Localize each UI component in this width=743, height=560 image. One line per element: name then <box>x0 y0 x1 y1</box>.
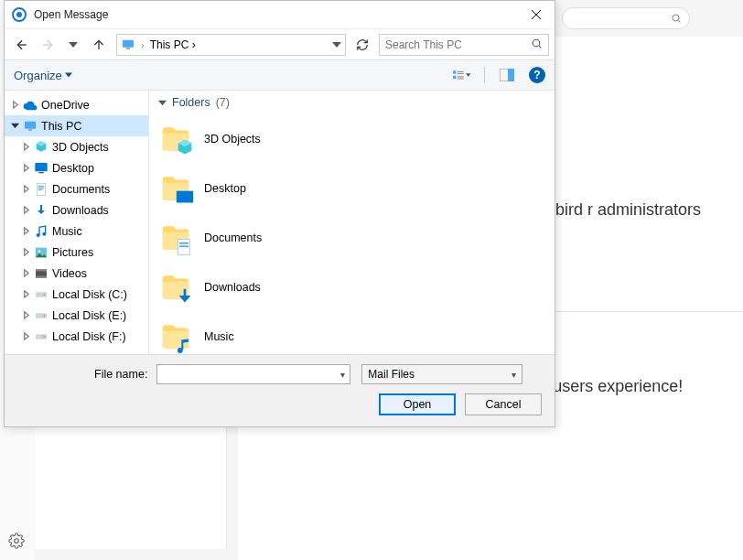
recent-dropdown-icon[interactable] <box>61 33 85 57</box>
dialog-titlebar: Open Message <box>5 1 555 28</box>
help-icon[interactable]: ? <box>529 67 545 83</box>
svg-rect-34 <box>177 191 193 203</box>
tree-item-documents[interactable]: Documents <box>5 178 148 199</box>
tree-item-label: 3D Objects <box>52 141 109 154</box>
svg-rect-10 <box>458 78 464 79</box>
tree-item-label: Videos <box>52 267 87 280</box>
filename-history-dropdown-icon[interactable]: ▾ <box>335 370 350 380</box>
tree-item-label: Pictures <box>52 246 93 259</box>
chevron-icon[interactable] <box>21 248 30 256</box>
svg-rect-20 <box>38 189 43 190</box>
toolbar-separator <box>484 67 485 83</box>
chevron-icon[interactable] <box>21 185 30 193</box>
folder-item-downloads[interactable]: Downloads <box>158 263 545 312</box>
tree-item-label: OneDrive <box>41 99 90 112</box>
path-text: This PC › <box>150 38 327 51</box>
address-bar[interactable]: › This PC › <box>116 34 346 56</box>
dialog-title: Open Message <box>34 8 108 21</box>
tree-item-local-disk-e-[interactable]: Local Disk (E:) <box>5 305 148 326</box>
dialog-search-input[interactable] <box>385 38 531 51</box>
filename-input-wrap: ▾ <box>156 364 350 384</box>
svg-rect-13 <box>25 121 36 128</box>
chevron-icon[interactable] <box>21 269 30 277</box>
folder-item-desktop[interactable]: Desktop <box>158 164 545 213</box>
chevron-icon[interactable] <box>21 332 30 340</box>
svg-rect-5 <box>453 70 456 73</box>
folder-icon <box>158 171 193 206</box>
svg-rect-7 <box>458 73 464 74</box>
filename-input[interactable] <box>157 368 335 381</box>
dialog-toolbar: Organize ? <box>5 59 555 91</box>
chevron-icon[interactable] <box>21 227 30 235</box>
dialog-app-icon <box>12 7 27 22</box>
tree-item-music[interactable]: Music <box>5 221 148 242</box>
svg-rect-9 <box>458 76 464 77</box>
chevron-icon[interactable] <box>21 311 30 319</box>
svg-rect-18 <box>38 186 45 187</box>
cancel-button[interactable]: Cancel <box>465 393 542 415</box>
svg-rect-2 <box>123 39 134 47</box>
organize-button[interactable]: Organize <box>14 69 72 82</box>
filetype-select[interactable]: Mail Files ▾ <box>361 364 522 384</box>
folder-item-music[interactable]: Music <box>158 312 545 354</box>
pc-icon <box>23 119 38 134</box>
tree-item-this-pc[interactable]: This PC <box>5 115 148 136</box>
cloud-icon <box>23 98 38 113</box>
dialog-search[interactable] <box>379 34 549 56</box>
tree-item-label: Music <box>52 225 82 238</box>
chevron-icon[interactable] <box>21 143 30 151</box>
close-button[interactable] <box>518 1 555 28</box>
svg-point-21 <box>37 233 40 237</box>
folder-label: 3D Objects <box>204 133 261 145</box>
preview-pane-button[interactable] <box>498 66 516 84</box>
tree-item-videos[interactable]: Videos <box>5 263 148 284</box>
svg-point-22 <box>42 232 46 235</box>
dialog-navbar: › This PC › <box>5 28 555 59</box>
desktop-icon <box>34 161 48 176</box>
back-button[interactable] <box>10 33 34 57</box>
tree-item-3d-objects[interactable]: 3D Objects <box>5 136 148 157</box>
filename-label: File name: <box>94 368 147 381</box>
view-mode-button[interactable] <box>453 66 471 84</box>
svg-rect-14 <box>28 129 32 130</box>
svg-rect-30 <box>36 313 47 318</box>
tree-item-label: Local Disk (C:) <box>52 288 127 301</box>
tree-item-label: Downloads <box>52 204 109 217</box>
dialog-footer: File name: ▾ Mail Files ▾ Open Cancel <box>5 354 555 426</box>
disk-icon <box>34 287 48 302</box>
content-panel: Folders (7) 3D ObjectsDesktopDocumentsDo… <box>149 91 555 354</box>
chevron-icon[interactable] <box>10 101 19 109</box>
svg-rect-26 <box>36 269 47 271</box>
folder-item-documents[interactable]: Documents <box>158 213 545 263</box>
tree-item-label: This PC <box>41 120 81 133</box>
forward-button[interactable] <box>36 33 59 57</box>
app-search[interactable] <box>562 7 690 29</box>
up-button[interactable] <box>87 33 111 57</box>
folder-icon <box>158 221 193 255</box>
tree-item-desktop[interactable]: Desktop <box>5 157 148 178</box>
folder-item-3d-objects[interactable]: 3D Objects <box>158 114 545 164</box>
tree-item-downloads[interactable]: Downloads <box>5 199 148 221</box>
tree-item-onedrive[interactable]: OneDrive <box>5 94 148 115</box>
chevron-icon[interactable] <box>21 290 30 298</box>
nav-tree: OneDriveThis PC3D ObjectsDesktopDocument… <box>5 91 149 354</box>
tree-item-pictures[interactable]: Pictures <box>5 242 148 263</box>
svg-point-1 <box>673 15 679 21</box>
chevron-icon[interactable] <box>21 206 30 214</box>
refresh-button[interactable] <box>351 34 373 56</box>
open-button[interactable]: Open <box>379 393 456 415</box>
settings-gear-icon[interactable] <box>8 533 25 553</box>
chevron-icon[interactable] <box>21 164 30 172</box>
open-file-dialog: Open Message › This PC › Organize <box>4 0 555 427</box>
svg-rect-29 <box>44 294 45 295</box>
chevron-icon[interactable] <box>10 122 19 130</box>
svg-point-0 <box>15 539 19 544</box>
folder-icon <box>158 319 193 354</box>
tree-item-local-disk-f-[interactable]: Local Disk (F:) <box>5 326 148 347</box>
path-dropdown-icon[interactable] <box>332 37 341 53</box>
tree-item-local-disk-c-[interactable]: Local Disk (C:) <box>5 284 148 305</box>
folder-label: Downloads <box>204 281 261 294</box>
folder-label: Desktop <box>204 182 246 195</box>
tree-item-label: Desktop <box>52 162 94 175</box>
content-header[interactable]: Folders (7) <box>158 96 545 109</box>
